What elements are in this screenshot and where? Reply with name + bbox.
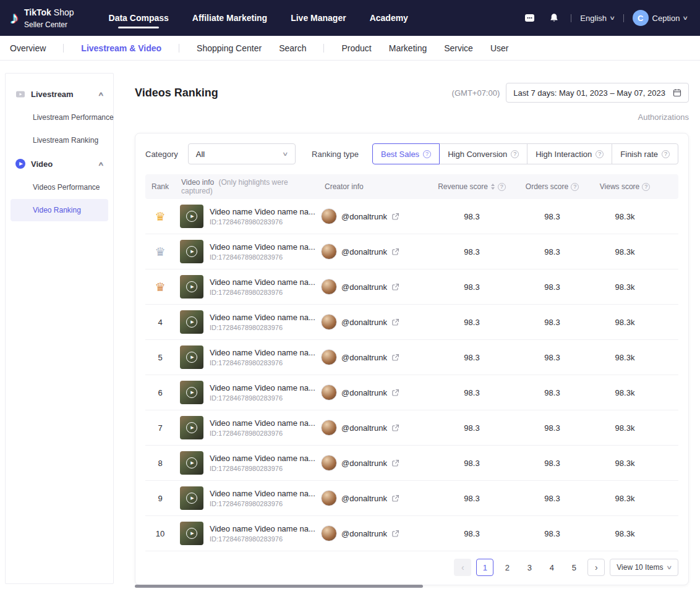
creator-avatar[interactable]: [321, 384, 337, 400]
video-name[interactable]: Video name Video name na...: [210, 383, 315, 392]
creator-avatar[interactable]: [321, 455, 337, 471]
authorizations-link[interactable]: Authorizations: [638, 112, 689, 122]
creator-handle[interactable]: @donaltrunk: [341, 318, 387, 327]
video-name[interactable]: Video name Video name na...: [210, 454, 315, 463]
creator-handle[interactable]: @donaltrunk: [341, 459, 387, 468]
tab-best-sales[interactable]: Best Sales ?: [372, 143, 440, 164]
subnav-item-product[interactable]: Product: [341, 43, 371, 53]
video-thumbnail[interactable]: ▶: [180, 205, 203, 228]
creator-avatar[interactable]: [321, 314, 337, 330]
sidebar-group-livestream[interactable]: Livestream ∧: [11, 82, 108, 106]
sort-icon[interactable]: [491, 184, 495, 190]
creator-avatar[interactable]: [321, 525, 337, 541]
topnav-item-affiliate-marketing[interactable]: Affiliate Marketing: [192, 13, 267, 23]
external-link-icon[interactable]: [391, 459, 399, 467]
video-thumbnail[interactable]: ▶: [180, 416, 203, 439]
video-thumbnail[interactable]: ▶: [180, 345, 203, 369]
creator-avatar[interactable]: [321, 244, 337, 260]
brand[interactable]: ♪ TikTokShop Seller Center: [10, 6, 74, 30]
pagination-page-1[interactable]: 1: [476, 559, 493, 576]
sidebar-item-livestream-ranking[interactable]: Livestream Ranking: [11, 129, 108, 151]
creator-avatar[interactable]: [321, 208, 337, 224]
messages-icon[interactable]: [521, 10, 537, 26]
subnav-item-user[interactable]: User: [490, 43, 509, 53]
subnav-item-overview[interactable]: Overview: [10, 43, 46, 53]
subnav-item-shopping-center[interactable]: Shopping Center: [197, 43, 262, 53]
info-icon[interactable]: ?: [662, 150, 670, 158]
creator-avatar[interactable]: [321, 490, 337, 506]
video-id: ID:17284678980283976: [210, 500, 315, 507]
tab-high-interaction[interactable]: High Interaction ?: [527, 143, 612, 164]
date-range-picker[interactable]: Last 7 days: May 01, 2023 – May 07, 2023: [506, 83, 689, 103]
external-link-icon[interactable]: [391, 424, 399, 432]
external-link-icon[interactable]: [391, 354, 399, 362]
info-icon[interactable]: ?: [642, 183, 650, 191]
subnav-item-livestream-video[interactable]: Livestream & Video: [81, 43, 161, 53]
video-thumbnail[interactable]: ▶: [180, 486, 203, 510]
topnav-item-academy[interactable]: Academy: [370, 13, 408, 23]
video-name[interactable]: Video name Video name na...: [210, 418, 315, 428]
creator-handle[interactable]: @donaltrunk: [341, 282, 387, 292]
external-link-icon[interactable]: [391, 494, 399, 502]
rank-cell: 7: [145, 423, 175, 433]
topnav-item-live-manager[interactable]: Live Manager: [291, 13, 346, 23]
category-select[interactable]: All ∨: [188, 143, 296, 164]
pagination-next-button[interactable]: ›: [587, 559, 605, 576]
external-link-icon[interactable]: [391, 213, 399, 221]
video-name[interactable]: Video name Video name na...: [210, 207, 315, 216]
video-thumbnail[interactable]: ▶: [180, 240, 203, 263]
video-name[interactable]: Video name Video name na...: [210, 489, 315, 498]
video-name[interactable]: Video name Video name na...: [210, 524, 315, 533]
subnav-item-marketing[interactable]: Marketing: [389, 43, 427, 53]
creator-avatar[interactable]: [321, 349, 337, 365]
horizontal-scrollbar[interactable]: [135, 585, 423, 588]
tab-high-conversion[interactable]: High Conversion ?: [439, 143, 527, 164]
creator-avatar[interactable]: [321, 279, 337, 295]
video-thumbnail[interactable]: ▶: [180, 451, 203, 475]
external-link-icon[interactable]: [391, 248, 399, 256]
topnav-item-data-compass[interactable]: Data Compass: [109, 13, 169, 23]
pagination-page-4[interactable]: 4: [543, 559, 560, 576]
creator-handle[interactable]: @donaltrunk: [341, 388, 387, 397]
notifications-bell-icon[interactable]: [546, 10, 562, 26]
creator-handle[interactable]: @donaltrunk: [341, 247, 387, 256]
creator-avatar[interactable]: [321, 420, 337, 436]
info-icon[interactable]: ?: [498, 183, 506, 191]
creator-handle[interactable]: @donaltrunk: [341, 423, 387, 433]
creator-handle[interactable]: @donaltrunk: [341, 494, 387, 503]
external-link-icon[interactable]: [391, 389, 399, 397]
info-icon[interactable]: ?: [423, 150, 431, 158]
video-thumbnail[interactable]: ▶: [180, 310, 203, 334]
external-link-icon[interactable]: [391, 530, 399, 538]
subnav-item-search[interactable]: Search: [279, 43, 306, 53]
sidebar-group-video[interactable]: ▶ Video ∧: [11, 152, 108, 176]
language-selector[interactable]: English ∨: [580, 14, 614, 23]
creator-handle[interactable]: @donaltrunk: [341, 529, 387, 538]
video-thumbnail[interactable]: ▶: [180, 522, 203, 545]
video-name[interactable]: Video name Video name na...: [210, 313, 315, 322]
pagination-page-3[interactable]: 3: [521, 559, 538, 576]
video-name[interactable]: Video name Video name na...: [210, 278, 315, 287]
info-icon[interactable]: ?: [571, 183, 579, 191]
creator-handle[interactable]: @donaltrunk: [341, 212, 387, 221]
external-link-icon[interactable]: [391, 283, 399, 291]
pagination-prev-button[interactable]: ‹: [454, 559, 471, 576]
pagination-page-5[interactable]: 5: [565, 559, 583, 576]
subnav-item-service[interactable]: Service: [444, 43, 473, 53]
info-icon[interactable]: ?: [511, 150, 519, 158]
info-icon[interactable]: ?: [595, 150, 604, 158]
video-name[interactable]: Video name Video name na...: [210, 348, 315, 357]
tab-finish-rate[interactable]: Finish rate ?: [612, 143, 678, 164]
sidebar-item-livestream-performance[interactable]: Livestream Performance: [11, 106, 108, 129]
video-name[interactable]: Video name Video name na...: [210, 242, 315, 252]
user-menu[interactable]: C Ception ∨: [633, 10, 688, 26]
sidebar-item-videos-performance[interactable]: Videos Performance: [11, 176, 108, 198]
video-id: ID:17284678980283976: [210, 289, 315, 296]
pagination-page-2[interactable]: 2: [498, 559, 516, 576]
page-size-select[interactable]: View 10 Items ∨: [610, 559, 678, 576]
video-thumbnail[interactable]: ▶: [180, 275, 203, 299]
external-link-icon[interactable]: [391, 318, 399, 326]
sidebar-item-video-ranking[interactable]: Video Ranking: [11, 199, 108, 221]
creator-handle[interactable]: @donaltrunk: [341, 353, 387, 362]
video-thumbnail[interactable]: ▶: [180, 381, 203, 404]
